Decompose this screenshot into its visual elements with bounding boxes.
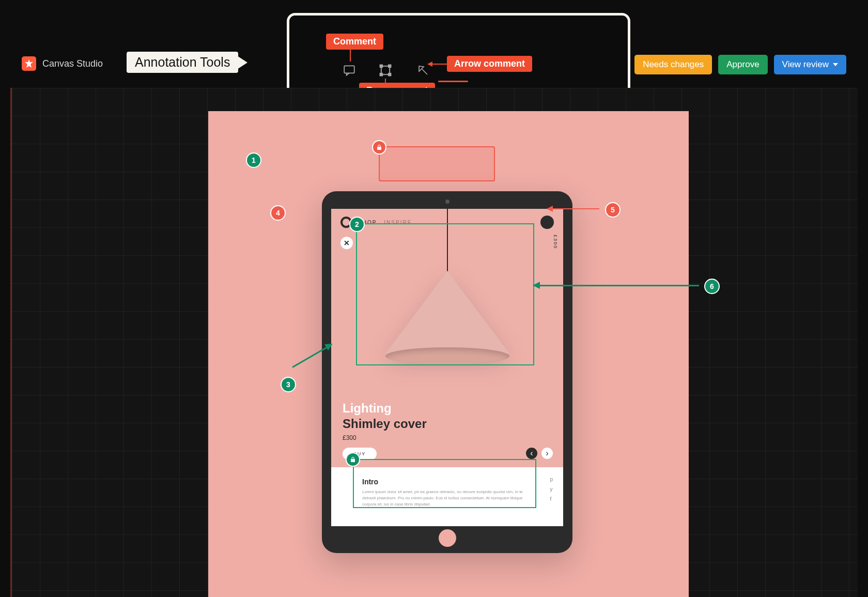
svg-rect-2 [380,65,383,68]
annotation-pin-4[interactable]: 4 [271,206,285,220]
next-icon: › [541,448,553,459]
callout-line [350,48,351,62]
facebook-icon: f [550,496,553,502]
svg-rect-3 [389,65,391,68]
svg-rect-4 [380,73,383,76]
approve-button[interactable]: Approve [718,55,767,74]
comment-tool-icon[interactable] [341,62,358,79]
lock-icon[interactable] [347,453,359,466]
annotation-pin-2[interactable]: 2 [350,218,364,231]
box-comment-tool-icon[interactable] [377,62,394,79]
social-icons: p y f [550,477,553,502]
annotation-pin-3[interactable]: 3 [282,378,295,391]
product-category: Lighting [343,401,392,416]
tool-comment-label: Comment [326,34,383,50]
callout-line [431,64,447,65]
review-actions: Needs changes Approve View review [634,55,846,74]
price-vertical: £300 [553,235,558,249]
product-price: £300 [343,434,357,441]
svg-rect-5 [389,73,391,76]
annotation-pin-1[interactable]: 1 [247,154,260,167]
lock-icon[interactable] [373,141,385,154]
brand-icon [22,56,36,71]
annotation-arrow-green-6[interactable] [539,285,699,286]
annotation-arrow-red[interactable] [552,208,599,209]
chevron-down-icon [833,63,838,66]
tool-arrow-label: Arrow comment [447,56,532,72]
cart-icon [540,216,554,229]
view-review-label: View review [782,59,829,70]
carousel-nav: ‹ › [526,448,553,459]
annotation-box-red[interactable] [379,146,495,181]
prev-icon: ‹ [526,448,537,459]
svg-rect-0 [344,66,354,73]
view-review-button[interactable]: View review [774,55,846,74]
artboard[interactable]: SHOP INSPIRE ✕ £300 Lighting Shimley cov… [208,111,689,597]
annotation-tools-label: Annotation Tools [127,52,238,73]
svg-line-6 [422,69,427,74]
brand-name: Canvas Studio [42,58,103,69]
canvas-grid[interactable]: SHOP INSPIRE ✕ £300 Lighting Shimley cov… [10,88,858,597]
annotation-box-green-lamp[interactable] [356,223,534,365]
pinterest-icon: p [550,477,553,482]
annotation-pin-5[interactable]: 5 [606,203,619,217]
close-icon: ✕ [340,237,353,249]
brand[interactable]: Canvas Studio [22,56,103,71]
annotation-pin-6[interactable]: 6 [705,280,719,293]
twitter-icon: y [550,486,553,492]
active-tool-indicator [438,81,468,82]
product-name: Shimley cover [343,417,427,431]
needs-changes-button[interactable]: Needs changes [634,55,712,74]
annotation-box-green-intro[interactable] [353,459,536,508]
